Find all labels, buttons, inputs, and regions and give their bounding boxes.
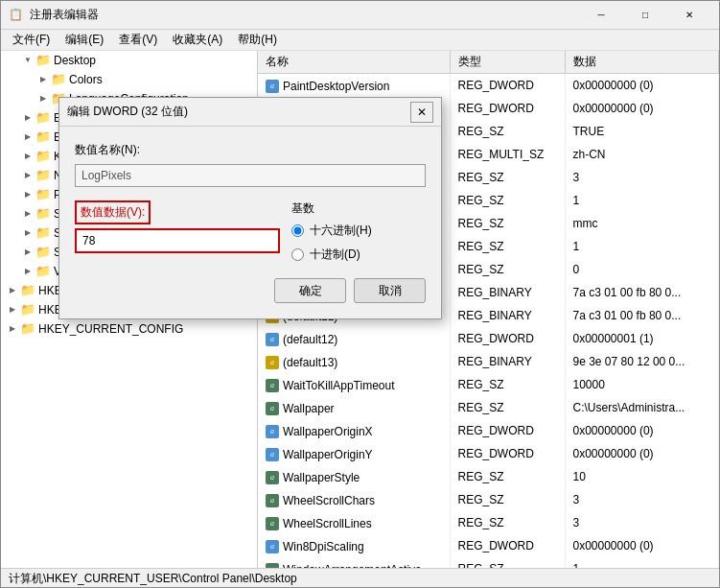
table-row[interactable]: a (default13) REG_BINARY 9e 3e 07 80 12 … xyxy=(258,350,719,373)
table-row[interactable]: a PaintDesktopVersion REG_DWORD 0x000000… xyxy=(258,74,719,98)
table-row[interactable]: a (default12) REG_DWORD 0x00000001 (1) xyxy=(258,327,719,350)
tree-item-label: HKEY_CURRENT_CONFIG xyxy=(38,320,183,338)
tree-item-label: Colors xyxy=(69,71,103,88)
cell-type: REG_MULTI_SZ xyxy=(450,143,565,166)
folder-icon: 📁 xyxy=(20,283,35,298)
cell-data: mmc xyxy=(565,212,719,235)
menu-edit[interactable]: 编辑(E) xyxy=(58,30,111,50)
tree-arrow: ▶ xyxy=(20,149,35,164)
minimize-button[interactable]: ─ xyxy=(579,1,623,30)
cell-data: 0x00000000 (0) xyxy=(565,534,719,557)
dec-radio-label[interactable]: 十进制(D) xyxy=(291,247,426,263)
tree-item-label: Desktop xyxy=(54,52,96,69)
cell-data: TRUE xyxy=(565,120,719,143)
cell-name: a (default12) xyxy=(258,327,450,350)
table-row[interactable]: a WaitToKillAppTimeout REG_SZ 10000 xyxy=(258,373,719,396)
cell-type: REG_DWORD xyxy=(450,534,565,557)
cell-data: 3 xyxy=(565,166,719,189)
cell-name: a WallpaperOriginY xyxy=(258,442,450,465)
dialog-button-group: 确定 取消 xyxy=(75,278,426,303)
menu-help[interactable]: 帮助(H) xyxy=(230,30,285,50)
window-controls: ─ □ ✕ xyxy=(579,1,711,30)
folder-icon: 📁 xyxy=(35,264,51,279)
folder-icon: 📁 xyxy=(35,225,51,241)
menu-view[interactable]: 查看(V) xyxy=(111,30,165,50)
table-row[interactable]: a Win8DpiScaling REG_DWORD 0x00000000 (0… xyxy=(258,534,719,557)
tree-arrow: ▶ xyxy=(35,72,51,87)
cell-type: REG_DWORD xyxy=(450,419,565,442)
cell-type: REG_DWORD xyxy=(450,327,565,350)
reg-name-wrapper: a WallpaperStyle xyxy=(266,469,360,486)
status-path: 计算机\HKEY_CURRENT_USER\Control Panel\Desk… xyxy=(9,571,297,587)
cell-data: 1 xyxy=(565,189,719,212)
col-type: 类型 xyxy=(450,51,565,74)
reg-name-wrapper: a WheelScrollLines xyxy=(266,515,372,532)
tree-arrow: ▶ xyxy=(20,187,35,202)
table-row[interactable]: a WheelScrollLines REG_SZ 3 xyxy=(258,511,719,534)
cell-type: REG_SZ xyxy=(450,465,565,488)
cell-data: 3 xyxy=(565,511,719,534)
cell-type: REG_SZ xyxy=(450,373,565,396)
col-name: 名称 xyxy=(258,51,450,74)
folder-icon: 📁 xyxy=(51,72,66,87)
table-row[interactable]: a WallpaperOriginX REG_DWORD 0x00000000 … xyxy=(258,419,719,442)
cell-type: REG_SZ xyxy=(450,258,565,281)
app-icon: 📋 xyxy=(9,8,24,23)
reg-name-wrapper: a Wallpaper xyxy=(266,400,335,417)
name-input[interactable] xyxy=(75,164,426,187)
data-label: 数值数据(V): xyxy=(75,200,151,224)
tree-item[interactable]: ▶ 📁 HKEY_CURRENT_CONFIG xyxy=(1,319,257,339)
maximize-button[interactable]: □ xyxy=(623,1,667,30)
folder-icon: 📁 xyxy=(35,206,51,222)
cell-data: 0x00000000 (0) xyxy=(565,74,719,98)
cell-name: a WallpaperOriginX xyxy=(258,419,450,442)
cell-data: 7a c3 01 00 fb 80 0... xyxy=(565,304,719,327)
cancel-button[interactable]: 取消 xyxy=(354,278,426,303)
cell-data: 9e 3e 07 80 12 00 0... xyxy=(565,350,719,373)
folder-icon: 📁 xyxy=(35,187,51,202)
base-radio-group: 十六进制(H) 十进制(D) xyxy=(291,223,426,263)
table-row[interactable]: a WallpaperStyle REG_SZ 10 xyxy=(258,465,719,488)
tree-item[interactable]: ▼ 📁 Desktop xyxy=(1,51,257,70)
table-row[interactable]: a WallpaperOriginY REG_DWORD 0x00000000 … xyxy=(258,442,719,465)
cell-data: 3 xyxy=(565,488,719,511)
tree-item[interactable]: ▶ 📁 Colors xyxy=(1,70,257,89)
cell-data: 0 xyxy=(565,258,719,281)
tree-arrow: ▶ xyxy=(20,206,35,222)
tree-arrow: ▶ xyxy=(5,321,20,337)
menu-favorites[interactable]: 收藏夹(A) xyxy=(165,30,230,50)
cell-type: REG_SZ xyxy=(450,189,565,212)
tree-arrow: ▶ xyxy=(20,129,35,145)
dialog-title: 编辑 DWORD (32 位值) xyxy=(67,104,410,120)
table-row[interactable]: a WindowArrangementActive REG_SZ 1 xyxy=(258,557,719,568)
folder-icon: 📁 xyxy=(35,110,51,126)
reg-name-wrapper: a WheelScrollChars xyxy=(266,492,375,509)
hex-radio-text: 十六进制(H) xyxy=(310,223,372,239)
cell-type: REG_DWORD xyxy=(450,442,565,465)
table-row[interactable]: a Wallpaper REG_SZ C:\Users\Administra..… xyxy=(258,396,719,419)
dialog-close-button[interactable]: ✕ xyxy=(410,102,433,123)
dec-radio[interactable] xyxy=(291,248,304,261)
menu-file[interactable]: 文件(F) xyxy=(5,30,58,50)
dec-radio-text: 十进制(D) xyxy=(310,247,360,263)
hex-radio-label[interactable]: 十六进制(H) xyxy=(291,223,426,239)
tree-arrow: ▶ xyxy=(20,225,35,241)
table-row[interactable]: a WheelScrollChars REG_SZ 3 xyxy=(258,488,719,511)
reg-name-wrapper: a WaitToKillAppTimeout xyxy=(266,377,394,394)
dialog-title-bar: 编辑 DWORD (32 位值) ✕ xyxy=(59,98,441,127)
cell-type: REG_DWORD xyxy=(450,97,565,120)
ok-button[interactable]: 确定 xyxy=(274,278,346,303)
reg-name-wrapper: a WallpaperOriginX xyxy=(266,423,373,440)
title-bar: 📋 注册表编辑器 ─ □ ✕ xyxy=(1,1,719,30)
data-value-input[interactable] xyxy=(77,230,278,251)
cell-data: 10000 xyxy=(565,373,719,396)
cell-type: REG_DWORD xyxy=(450,74,565,98)
window-title: 注册表编辑器 xyxy=(30,7,579,23)
folder-icon: 📁 xyxy=(20,302,35,318)
close-button[interactable]: ✕ xyxy=(667,1,711,30)
hex-radio[interactable] xyxy=(291,224,304,237)
tree-arrow: ▼ xyxy=(20,53,35,68)
tree-arrow: ▶ xyxy=(5,302,20,318)
cell-type: REG_SZ xyxy=(450,511,565,534)
reg-name-wrapper: a WindowArrangementActive xyxy=(266,561,422,568)
